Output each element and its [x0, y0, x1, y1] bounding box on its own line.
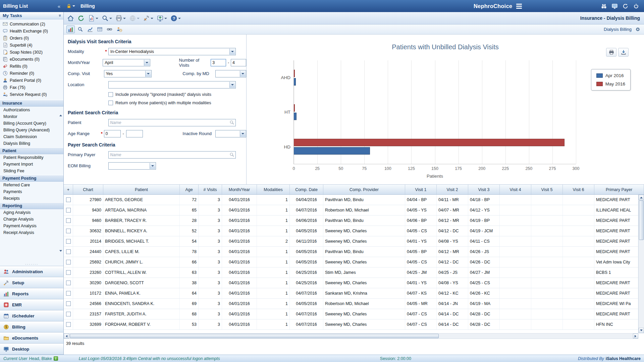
nav-button-ischeduler[interactable]: iScheduler: [0, 310, 63, 321]
nav-button-billing[interactable]: $Billing: [0, 321, 63, 333]
row-checkbox[interactable]: [66, 249, 71, 254]
row-checkbox[interactable]: [66, 322, 71, 327]
my-tasks-header[interactable]: My Tasks «: [0, 12, 63, 19]
trend-button[interactable]: [86, 25, 94, 33]
row-checkbox[interactable]: [66, 291, 71, 296]
table-row[interactable]: 9460BARBER, TRACEY R.28304/01/2016104/06…: [64, 216, 638, 226]
horizontal-scrollbar[interactable]: [64, 333, 638, 339]
comp-visit-select[interactable]: Yes: [104, 70, 152, 77]
column-header-visits[interactable]: # Visits: [199, 185, 222, 194]
gear-icon[interactable]: [635, 26, 641, 32]
inactive-round-select[interactable]: [215, 130, 246, 137]
scroll-left-button[interactable]: [64, 334, 69, 339]
sidebar-item-payment-analysis[interactable]: Payment Analysis: [0, 223, 63, 229]
column-header-visit4[interactable]: Visit 4: [500, 185, 531, 194]
task-item-edocuments[interactable]: eDocuments (0): [0, 56, 63, 63]
column-header-primary_payer[interactable]: Primary Payer: [594, 185, 644, 194]
age-to-input[interactable]: [126, 130, 143, 137]
dropdown-caret-icon[interactable]: [137, 18, 140, 20]
task-item-communication[interactable]: Communication (2): [0, 20, 63, 27]
nav-button-administration[interactable]: Administration: [0, 266, 63, 277]
column-header-modalities[interactable]: Modalities: [257, 185, 290, 194]
task-item-orders[interactable]: Orders (0): [0, 35, 63, 42]
dropdown-caret-icon[interactable]: [109, 18, 112, 20]
info-icon[interactable]: i: [54, 356, 58, 361]
primary-payer-input[interactable]: [108, 151, 236, 159]
binoculars-button[interactable]: [601, 3, 607, 9]
sidebar-item-aging-analysis[interactable]: Aging Analysis: [0, 209, 63, 216]
task-item-patient-portal[interactable]: Patient Portal (0): [0, 77, 63, 84]
nav-button-setup[interactable]: Setup: [0, 277, 63, 288]
task-item-health-exchange[interactable]: Health Exchange (0): [0, 27, 63, 35]
sidebar-scroll-down[interactable]: [58, 248, 63, 253]
link-button[interactable]: [105, 25, 114, 33]
section-header-patient[interactable]: Patient: [0, 147, 63, 154]
multiple-modalities-checkbox[interactable]: [108, 101, 113, 105]
sidebar-item-authorizations[interactable]: Authorizations: [0, 107, 63, 113]
sidebar-item-receipt-analysis[interactable]: Receipt Analysis: [0, 229, 63, 236]
table-row[interactable]: 30290DARGENIO, SCOTT38304/01/2016104/25/…: [64, 278, 638, 288]
task-item-service-request[interactable]: Service Request (0): [0, 91, 63, 98]
download-chart-button[interactable]: [618, 48, 629, 57]
print-button[interactable]: [114, 14, 127, 23]
table-row[interactable]: 32699FORDHAM, ROBERT V.53304/01/2016104/…: [64, 319, 638, 330]
table-row[interactable]: 20114BRIDGES, MICHAEL T.54304/01/2016204…: [64, 236, 638, 247]
sidebar-scroll-up[interactable]: [58, 113, 63, 118]
nav-button-desktop[interactable]: Desktop: [0, 344, 63, 355]
section-header-reporting[interactable]: Reporting: [0, 202, 63, 209]
row-checkbox[interactable]: [66, 239, 71, 244]
collapse-sidebar-button[interactable]: «: [58, 3, 60, 9]
task-item-soap-notes[interactable]: Soap Notes (302): [0, 49, 63, 56]
grid-button[interactable]: [96, 25, 104, 33]
nav-button-emr[interactable]: EMR: [0, 299, 63, 310]
dropdown-caret-icon[interactable]: [164, 18, 167, 20]
user-clock-button[interactable]: [115, 25, 123, 33]
refresh-button[interactable]: [76, 14, 86, 23]
nav-button-reports[interactable]: Reports: [0, 288, 63, 299]
row-checkbox[interactable]: [66, 218, 71, 223]
scroll-right-button[interactable]: [633, 334, 638, 339]
dropdown-caret-icon[interactable]: [96, 18, 98, 20]
dropdown-caret-icon[interactable]: [123, 18, 126, 20]
sidebar-item-payments[interactable]: Payments: [0, 188, 63, 195]
tools-button[interactable]: [142, 14, 155, 23]
age-from-input[interactable]: [104, 130, 121, 137]
column-header-patient[interactable]: Patient: [103, 185, 180, 194]
help-button[interactable]: ?: [169, 14, 182, 23]
section-header-payment-posting[interactable]: Payment Posting: [0, 175, 63, 182]
table-row[interactable]: 23157FARSTER, JUDITH A.68304/01/2016104/…: [64, 309, 638, 319]
sidebar-item-billing-account-query[interactable]: Billing (Account Query): [0, 120, 63, 127]
visits-from-input[interactable]: [211, 59, 226, 66]
comp-by-md-select[interactable]: [215, 70, 246, 77]
vertical-scrollbar[interactable]: [638, 195, 644, 333]
column-header-comp_provider[interactable]: Comp. Provider: [323, 185, 405, 194]
export-button[interactable]: [155, 14, 168, 23]
dropdown-caret-icon[interactable]: [178, 18, 181, 20]
row-checkbox[interactable]: [66, 229, 71, 233]
table-row[interactable]: 25692CHURCH, JIMMY L.66304/01/2016104/05…: [64, 257, 638, 267]
bar-chart-button[interactable]: [66, 25, 75, 33]
column-header-age[interactable]: Age: [180, 185, 199, 194]
column-header-select[interactable]: +: [64, 185, 73, 194]
sidebar-item-payment-import[interactable]: Payment Import: [0, 161, 63, 168]
report-button[interactable]: [87, 14, 100, 23]
table-row[interactable]: 23260COTTRILL, ALLEN W.63304/01/2016104/…: [64, 267, 638, 278]
visits-to-input[interactable]: [231, 59, 246, 66]
vertical-scroll-thumb[interactable]: [639, 200, 644, 240]
include-ignored-checkbox[interactable]: [108, 92, 113, 97]
row-checkbox[interactable]: [66, 270, 71, 275]
column-header-visit6[interactable]: Visit 6: [563, 185, 594, 194]
table-row[interactable]: 30632BONNELL, RICKEY A.52304/01/2016104/…: [64, 226, 638, 236]
sidebar-item-dialysis-billing[interactable]: Dialysis Billing: [0, 140, 63, 147]
collapse-tasks-icon[interactable]: «: [57, 14, 62, 17]
magnifier-button[interactable]: [76, 25, 85, 33]
monitor-button[interactable]: [611, 3, 618, 9]
task-item-refills[interactable]: Refills (0): [0, 63, 63, 70]
section-header-insurance[interactable]: Insurance: [0, 100, 63, 107]
month-year-select[interactable]: April: [103, 59, 150, 66]
modality-select[interactable]: In-Center Hemodialysis: [108, 48, 236, 55]
sidebar-item-monitor[interactable]: Monitor: [0, 113, 63, 120]
column-header-visit2[interactable]: Visit 2: [437, 185, 468, 194]
dropdown-caret-icon[interactable]: [151, 18, 153, 20]
sidebar-item-charge-analysis[interactable]: Charge Analysis: [0, 216, 63, 223]
